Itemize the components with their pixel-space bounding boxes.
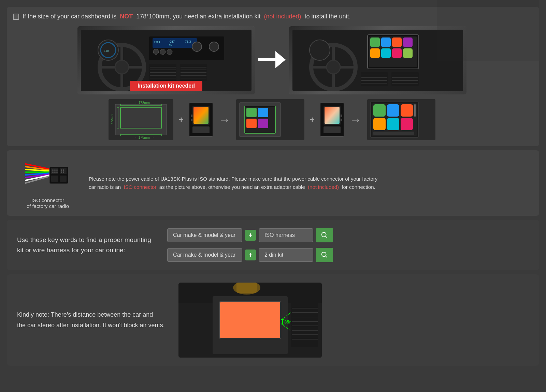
search-button-1[interactable]: [316, 228, 333, 242]
svg-rect-81: [191, 119, 192, 121]
svg-rect-93: [324, 126, 341, 133]
arrow-to-after: [258, 51, 286, 70]
svg-rect-101: [401, 104, 413, 117]
svg-rect-62: [115, 104, 167, 135]
svg-rect-104: [387, 118, 399, 130]
distance-image: 35mm: [178, 283, 322, 358]
svg-point-120: [52, 169, 54, 171]
car-images-row: 120 FH 1 087 75:3 FM: [13, 26, 531, 94]
final-svg: [367, 99, 435, 140]
search-field-2[interactable]: Car make & model & year: [167, 248, 242, 262]
notice-mid: 178*100mm, you need an extra installatio…: [136, 13, 260, 20]
svg-text:100mm: 100mm: [111, 114, 114, 124]
unit-small: [189, 103, 213, 137]
search-row-2: Car make & model & year + 2 din kit: [167, 248, 333, 262]
search-icon-2: [321, 251, 328, 259]
svg-rect-49: [392, 48, 402, 58]
svg-rect-95: [341, 119, 342, 121]
notice-text: If the size of your car dashboard is NOT…: [23, 13, 351, 20]
svg-text:← 178mm →: ← 178mm →: [134, 101, 154, 105]
search-term-1[interactable]: ISO harness: [259, 228, 313, 242]
svg-rect-45: [392, 37, 402, 47]
svg-rect-106: [373, 132, 414, 135]
svg-rect-103: [373, 118, 386, 130]
main-container: If the size of your car dashboard is NOT…: [7, 7, 539, 366]
final-result: [367, 99, 435, 140]
distance-note-text: Kindly note: There's distance between th…: [17, 311, 165, 329]
iso-text3: for connection.: [342, 184, 375, 190]
car-after-mock: [289, 26, 466, 94]
svg-point-19: [192, 42, 202, 51]
svg-rect-99: [373, 104, 386, 117]
search-icon-1: [321, 231, 328, 239]
svg-point-20: [209, 42, 219, 51]
svg-rect-118: [51, 176, 58, 182]
search-term-2[interactable]: 2 din kit: [259, 248, 313, 262]
search-term-1-text: ISO harness: [264, 232, 295, 238]
section-search: Use these key words to find a proper mou…: [7, 220, 539, 270]
section-iso: ISO connector of factory car radio Pleas…: [7, 150, 539, 216]
svg-point-123: [52, 171, 54, 173]
search-instruction: Use these key words to find a proper mou…: [17, 235, 154, 256]
svg-rect-44: [381, 37, 391, 47]
svg-rect-50: [403, 48, 413, 58]
svg-rect-100: [387, 104, 399, 117]
unit-small-2: [320, 103, 344, 137]
svg-rect-46: [403, 37, 413, 47]
plus-diagram-2: +: [310, 115, 315, 124]
distance-text: Kindly note: There's distance between th…: [17, 310, 165, 330]
car-before-image: 120 FH 1 087 75:3 FM: [77, 26, 255, 94]
dimension-svg: ← 178mm → 100mm ← 178mm →: [109, 99, 173, 140]
car-after-svg: [292, 30, 463, 91]
svg-rect-92: [325, 107, 340, 124]
search-bg-image: [437, 220, 539, 270]
search-row-1: Car make & model & year + ISO harness: [167, 228, 333, 242]
svg-point-2: [115, 60, 129, 74]
notice-not-included: (not included): [264, 13, 301, 20]
svg-point-16: [153, 49, 159, 55]
svg-text:← 178mm →: ← 178mm →: [134, 136, 154, 139]
combined-svg: [236, 99, 304, 140]
svg-point-125: [56, 171, 58, 173]
svg-rect-56: [391, 72, 419, 86]
top-notice: If the size of your car dashboard is NOT…: [13, 13, 531, 20]
svg-text:FH 1: FH 1: [154, 40, 160, 43]
svg-point-128: [61, 171, 62, 173]
search-button-2[interactable]: [316, 248, 333, 262]
iso-image-area: ISO connector of factory car radio: [17, 157, 78, 209]
car-after-image: [289, 26, 466, 94]
search-text: Use these key words to find a proper mou…: [17, 236, 151, 254]
svg-text:FM: FM: [169, 44, 172, 46]
svg-rect-79: [192, 126, 210, 133]
svg-rect-88: [246, 119, 257, 128]
svg-rect-43: [370, 37, 380, 47]
svg-rect-86: [246, 108, 257, 117]
diagram-row: ← 178mm → 100mm ← 178mm → +: [13, 99, 531, 140]
search-field-1[interactable]: Car make & model & year: [167, 228, 242, 242]
iso-connector-svg: [22, 157, 73, 195]
distance-image-svg: 35mm: [178, 283, 322, 358]
svg-point-121: [54, 169, 56, 171]
unit-small-svg: [191, 104, 211, 135]
frame-dimensions: ← 178mm → 100mm ← 178mm →: [109, 99, 173, 140]
notice-not: NOT: [120, 13, 133, 20]
arrow-diagram-1: →: [218, 112, 231, 127]
notice-prefix: If the size of your car dashboard is: [23, 13, 116, 20]
svg-rect-94: [341, 115, 342, 117]
arrow-diagram-2: →: [349, 112, 362, 127]
svg-rect-78: [193, 107, 209, 124]
svg-point-129: [63, 171, 64, 173]
svg-point-124: [54, 171, 56, 173]
svg-point-40: [310, 40, 330, 60]
svg-rect-119: [60, 176, 67, 182]
iso-label: ISO connector of factory car radio: [27, 197, 69, 209]
search-term-2-text: 2 din kit: [264, 252, 283, 258]
svg-rect-80: [191, 115, 192, 117]
svg-text:087: 087: [170, 40, 175, 43]
iso-text2: as the picture above, otherwise you need…: [159, 184, 305, 190]
plus-text-1: +: [248, 231, 253, 239]
installation-badge: Installation kit needed: [130, 81, 202, 91]
iso-description: Please note the power cable of UA13SK-Pl…: [89, 175, 382, 191]
combined-frame: [236, 99, 304, 140]
svg-rect-87: [258, 108, 268, 117]
